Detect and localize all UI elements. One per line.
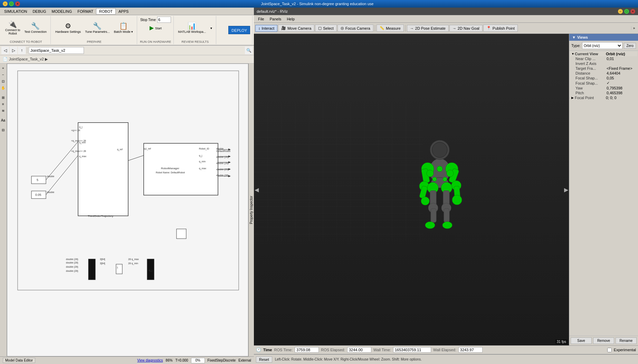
menu-simulation[interactable]: SIMULATION (1, 9, 30, 14)
rviz-menu-panels[interactable]: Panels (267, 16, 284, 22)
experimental-label: Experimental (614, 348, 636, 352)
nav1-icon[interactable]: ⊞ (0, 94, 6, 100)
publish-point-btn[interactable]: 📍 Publish Point (483, 25, 518, 32)
interact-btn[interactable]: ↕ Interact (255, 25, 277, 32)
back-btn[interactable]: ◁ (1, 47, 9, 54)
maximize-btn[interactable]: □ (9, 1, 14, 6)
zoom-in-icon[interactable]: + (0, 65, 6, 71)
robot-svg (405, 112, 474, 257)
move-camera-btn[interactable]: 🎥 Move Camera (278, 25, 314, 32)
up-btn[interactable]: ↑ (18, 47, 26, 54)
pose-estimate-btn[interactable]: → 2D Pose Estimate (407, 25, 449, 32)
yaw-row[interactable]: Yaw 0,795398 (570, 86, 637, 90)
experimental-checkbox[interactable] (607, 348, 612, 352)
focus-camera-btn[interactable]: ◎ Focus Camera (337, 25, 373, 32)
simulink-canvas[interactable]: ThirdOrderTrajectory <q>= 28 <q_max>= 28… (7, 64, 248, 356)
select-btn[interactable]: ▢ Select (315, 25, 337, 32)
svg-text:q_max: q_max (199, 167, 207, 170)
view-diagnostics-link[interactable]: View diagnostics (137, 358, 163, 362)
title-bar: − □ × JointSpace_Task_v2 - Simulink non-… (0, 0, 638, 8)
nav3-icon[interactable]: ≋ (0, 107, 6, 114)
viewport[interactable]: ◀ ▶ 31 fps (254, 34, 569, 345)
wall-elapsed-value[interactable] (458, 347, 483, 353)
3d-viewport[interactable]: ◀ ▶ 31 fps (254, 34, 569, 345)
model-data-editor[interactable]: Model Data Editor (3, 358, 35, 363)
svg-point-93 (421, 197, 429, 205)
focal-shape1-row[interactable]: Focal Shap... 0,05 (570, 76, 637, 80)
minimize-btn[interactable]: − (3, 1, 8, 6)
reset-btn[interactable]: Reset (256, 356, 272, 363)
simulink-area: + − ⊡ ✋ ⊞ ≡ ≋ Aa ⊟ Thir (0, 64, 254, 356)
menu-modeling[interactable]: MODELING (49, 9, 75, 14)
window-controls[interactable]: − □ × (3, 1, 20, 6)
nav2-icon[interactable]: ≡ (0, 101, 6, 107)
svg-text:Robot_ID: Robot_ID (199, 147, 209, 150)
focal-point-expand: ▶ (571, 96, 575, 99)
tune-params-btn[interactable]: 🔧 Tune Parametrs... (83, 21, 112, 35)
start-btn[interactable]: ▶ Start (148, 24, 163, 32)
rviz-menu-file[interactable]: File (255, 16, 267, 22)
save-view-btn[interactable]: Save (571, 337, 592, 344)
review-dropdown-btn[interactable]: ▾ (208, 26, 214, 30)
wall-time-value[interactable] (393, 347, 431, 353)
rviz-title-bar: default.rviz* - RViz − □ × (254, 8, 638, 15)
fit-icon[interactable]: ⊡ (0, 78, 6, 84)
menu-debug[interactable]: DEBUG (30, 9, 49, 14)
nav5-icon[interactable]: ⊟ (0, 127, 6, 133)
target-frame-row[interactable]: Target Fra... <Fixed Frame> (570, 66, 637, 71)
batch-icon: 📋 (119, 22, 128, 29)
focal-point-value: 0; 0; 0 (606, 96, 636, 100)
pan-icon[interactable]: ✋ (0, 85, 6, 91)
search-btn[interactable]: 🔍 (245, 47, 253, 54)
focal-point-row[interactable]: ▶ Focal Point 0; 0; 0 (570, 95, 637, 100)
current-view-header[interactable]: ▼ Current View Orbit (rviz) (570, 51, 637, 56)
zoom-out-icon[interactable]: − (0, 71, 6, 78)
matlab-workspace-btn[interactable]: 📊 MATLAB Workspa... (177, 21, 208, 35)
progress-input[interactable] (191, 358, 205, 363)
views-type-select[interactable]: Orbit (rviz) (582, 42, 623, 49)
batch-mode-btn[interactable]: 📋 Batch Mode ▾ (112, 21, 135, 35)
current-view-orbit: Orbit (rviz) (606, 52, 636, 56)
rviz-panel: default.rviz* - RViz − □ × File Panels H… (254, 8, 638, 364)
invert-z-row[interactable]: Invert Z Axis (570, 61, 637, 66)
ros-time-value[interactable] (295, 347, 319, 353)
forward-btn[interactable]: ▷ (10, 47, 17, 54)
menu-robot[interactable]: ROBOT (96, 8, 116, 15)
ribbon-group-prepare: ⚙ Hardware Settings 🔧 Tune Parametrs... … (51, 16, 137, 44)
distance-row[interactable]: Distance 4,64404 (570, 71, 637, 76)
nav4-icon[interactable]: Aa (0, 117, 6, 123)
clock-icon: 🕐 (256, 347, 261, 352)
remove-view-btn[interactable]: Remove (593, 337, 614, 344)
ros-elapsed-value[interactable] (347, 347, 371, 353)
rviz-close-btn[interactable]: × (630, 9, 635, 14)
toolbar-expand-btn[interactable]: » (631, 26, 637, 30)
menu-apps[interactable]: APPS (116, 9, 131, 14)
rename-view-btn[interactable]: Rename (616, 337, 637, 344)
breadcrumb[interactable]: JointSpace_Task_v2 ▶ (9, 57, 48, 61)
rviz-maximize-btn[interactable]: □ (624, 9, 629, 14)
close-btn[interactable]: × (15, 1, 20, 6)
rviz-minimize-btn[interactable]: − (618, 9, 623, 14)
model-name-input[interactable] (29, 47, 84, 54)
select-icon: ▢ (318, 26, 322, 30)
hardware-icon: ⚙ (65, 22, 71, 29)
stop-time-input[interactable] (157, 17, 171, 23)
nav-goal-btn[interactable]: → 2D Nav Goal (449, 25, 483, 32)
measure-btn[interactable]: 📏 Measure (377, 25, 404, 32)
views-zero-btn[interactable]: Zero (624, 43, 636, 49)
viewport-right-arrow[interactable]: ▶ (564, 186, 568, 193)
deploy-btn[interactable]: DEPLOY (228, 26, 250, 34)
test-connection-btn[interactable]: 🔧 Test Connection (23, 21, 49, 35)
connect-to-robot-btn[interactable]: 🔌 Connect to Robot (3, 20, 22, 36)
near-clip-row[interactable]: Near Clip ... 0,01 (570, 56, 637, 61)
pitch-row[interactable]: Pitch 0,465398 (570, 90, 637, 95)
hardware-settings-btn[interactable]: ⚙ Hardware Settings (54, 21, 83, 35)
views-type-row: Type: Orbit (rviz) Zero (569, 41, 638, 51)
rviz-menu-help[interactable]: Help (284, 16, 297, 22)
focal-shape2-row[interactable]: Focal Shap... ✓ (570, 80, 637, 86)
svg-text:1: 1 (117, 266, 118, 269)
focal-shape1-label: Focal Shap... (575, 76, 607, 80)
property-inspector-tab[interactable]: Property Inspector (248, 64, 254, 356)
menu-format[interactable]: FORMAT (75, 9, 96, 14)
viewport-left-arrow[interactable]: ◀ (255, 186, 259, 193)
